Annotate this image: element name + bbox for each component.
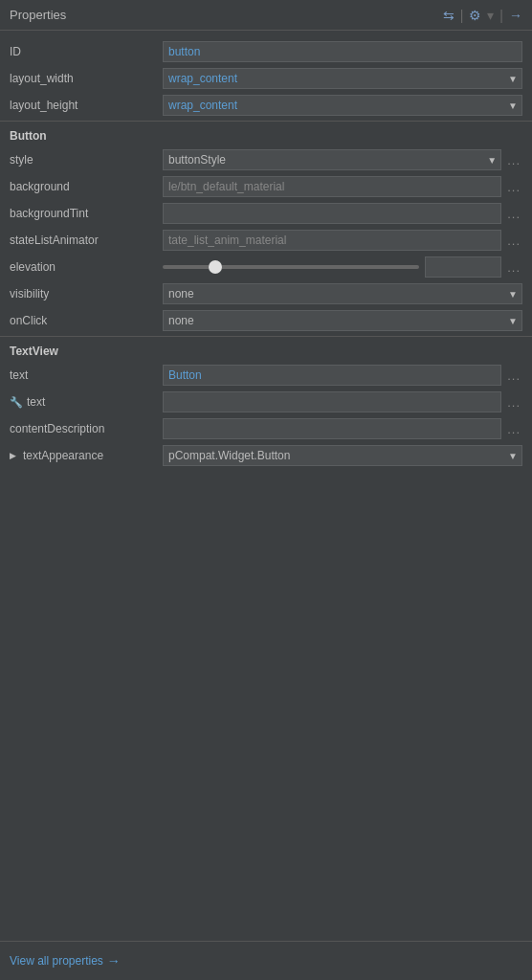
content-description-value: ...: [163, 418, 522, 439]
style-value: buttonStyle ▼ ...: [163, 149, 522, 170]
textview-section-header: TextView: [0, 339, 532, 362]
text-label: text: [10, 368, 163, 382]
text-appearance-row: ▶ textAppearance pCompat.Widget.Button ▼: [0, 442, 532, 469]
layout-width-select[interactable]: wrap_content match_parent: [163, 68, 522, 89]
text-wrench-label: 🔧 text: [10, 395, 163, 409]
id-label: ID: [10, 45, 163, 58]
wrench-icon: 🔧: [10, 396, 23, 409]
visibility-select[interactable]: none visible invisible gone: [163, 283, 522, 304]
link-icon[interactable]: ⇆: [443, 8, 454, 23]
panel-footer: View all properties →: [0, 941, 532, 980]
state-list-animator-value: ...: [163, 230, 522, 251]
background-row: background ...: [0, 173, 532, 200]
header-icons: ⇆ | ⚙ ▾ | →: [443, 8, 522, 23]
view-all-link[interactable]: View all properties →: [10, 953, 522, 969]
elevation-value-input[interactable]: [425, 256, 501, 278]
view-all-arrow: →: [107, 953, 121, 969]
background-label: background: [10, 180, 163, 193]
text-appearance-select[interactable]: pCompat.Widget.Button: [163, 445, 522, 466]
visibility-row: visibility none visible invisible gone ▼: [0, 280, 532, 307]
style-label: style: [10, 153, 163, 167]
layout-height-select-wrapper: wrap_content match_parent ▼: [163, 95, 522, 116]
text-more-button[interactable]: ...: [505, 368, 522, 383]
text-wrench-more-button[interactable]: ...: [505, 395, 522, 410]
visibility-select-wrapper: none visible invisible gone ▼: [163, 283, 522, 304]
onclick-row: onClick none ▼: [0, 307, 532, 334]
layout-width-label: layout_width: [10, 72, 163, 85]
content-description-label: contentDescription: [10, 422, 163, 435]
background-tint-row: backgroundTint ...: [0, 200, 532, 227]
gear-icon[interactable]: ⚙: [469, 8, 481, 23]
background-tint-value: ...: [163, 203, 522, 224]
separator3: |: [499, 8, 503, 23]
layout-width-value: wrap_content match_parent ▼: [163, 68, 522, 89]
elevation-slider-row: [163, 256, 501, 278]
text-appearance-value: pCompat.Widget.Button ▼: [163, 445, 522, 466]
elevation-more-button[interactable]: ...: [505, 260, 522, 275]
elevation-slider-track[interactable]: [163, 265, 419, 269]
elevation-label: elevation: [10, 260, 163, 274]
text-value: ...: [163, 365, 522, 386]
background-tint-more-button[interactable]: ...: [505, 207, 522, 221]
view-all-text: View all properties: [10, 954, 103, 968]
id-input[interactable]: [163, 41, 522, 62]
properties-panel: Properties ⇆ | ⚙ ▾ | → ID layout_width: [0, 0, 532, 980]
text-input[interactable]: [163, 365, 501, 386]
content-description-more-button[interactable]: ...: [505, 422, 522, 436]
separator: |: [460, 8, 464, 23]
background-tint-label: backgroundTint: [10, 207, 163, 220]
state-list-animator-input[interactable]: [163, 230, 501, 251]
visibility-value: none visible invisible gone ▼: [163, 283, 522, 304]
onclick-label: onClick: [10, 314, 163, 327]
panel-header: Properties ⇆ | ⚙ ▾ | →: [0, 0, 532, 31]
layout-height-select[interactable]: wrap_content match_parent: [163, 95, 522, 116]
state-list-animator-more-button[interactable]: ...: [505, 234, 522, 248]
elevation-slider-thumb[interactable]: [209, 260, 222, 274]
background-more-button[interactable]: ...: [505, 180, 522, 194]
background-value: ...: [163, 176, 522, 197]
elevation-row: elevation ...: [0, 254, 532, 280]
content-description-row: contentDescription ...: [0, 415, 532, 442]
onclick-select[interactable]: none: [163, 310, 522, 331]
layout-height-row: layout_height wrap_content match_parent …: [0, 92, 532, 119]
text-appearance-label: ▶ textAppearance: [10, 449, 163, 462]
onclick-value: none ▼: [163, 310, 522, 331]
text-row: text ...: [0, 362, 532, 389]
divider-1: [0, 121, 532, 122]
style-select[interactable]: buttonStyle: [163, 149, 501, 170]
id-row: ID: [0, 38, 532, 65]
layout-width-select-wrapper: wrap_content match_parent ▼: [163, 68, 522, 89]
layout-height-value: wrap_content match_parent ▼: [163, 95, 522, 116]
layout-width-row: layout_width wrap_content match_parent ▼: [0, 65, 532, 92]
text-appearance-select-wrapper: pCompat.Widget.Button ▼: [163, 445, 522, 466]
divider-2: [0, 336, 532, 337]
style-more-button[interactable]: ...: [505, 153, 522, 167]
style-row: style buttonStyle ▼ ...: [0, 146, 532, 173]
panel-title: Properties: [10, 8, 66, 22]
id-value: [163, 41, 522, 62]
text-wrench-value: ...: [163, 391, 522, 412]
text-wrench-row: 🔧 text ...: [0, 389, 532, 415]
chevron-icon[interactable]: →: [509, 8, 522, 23]
content-description-input[interactable]: [163, 418, 501, 439]
layout-height-label: layout_height: [10, 99, 163, 112]
text-wrench-input[interactable]: [163, 391, 501, 412]
panel-content: ID layout_width wrap_content match_paren…: [0, 31, 532, 941]
state-list-animator-label: stateListAnimator: [10, 234, 163, 247]
onclick-select-wrapper: none ▼: [163, 310, 522, 331]
background-input[interactable]: [163, 176, 501, 197]
visibility-label: visibility: [10, 287, 163, 301]
button-section-header: Button: [0, 123, 532, 146]
elevation-value: ...: [163, 256, 522, 278]
background-tint-input[interactable]: [163, 203, 501, 224]
state-list-animator-row: stateListAnimator ...: [0, 227, 532, 254]
separator2: ▾: [487, 8, 494, 23]
triangle-icon[interactable]: ▶: [10, 451, 16, 460]
style-select-wrapper: buttonStyle ▼: [163, 149, 501, 170]
